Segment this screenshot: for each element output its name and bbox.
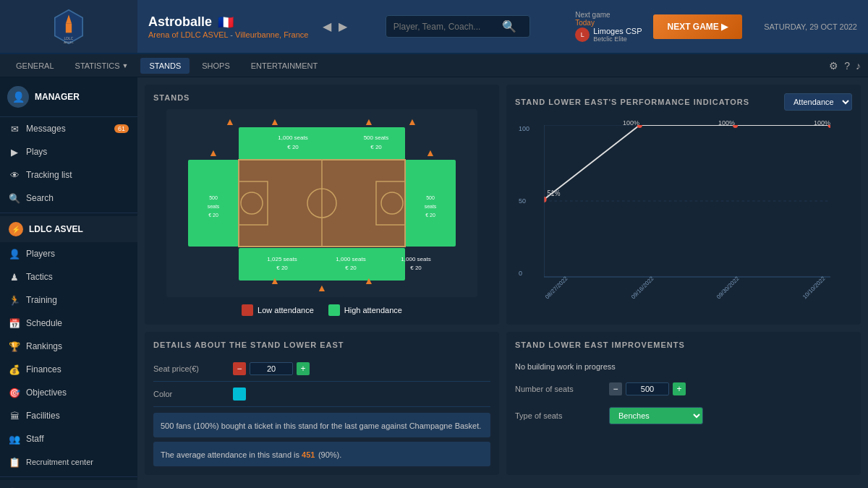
help-icon[interactable]: ? <box>844 60 850 72</box>
tactics-label: Tactics <box>26 272 53 282</box>
stats-dropdown-arrow: ▼ <box>122 62 129 69</box>
arena-visualization: ▲ ▲ ▲ ▲ 1,000 seats € 20 500 seats € 20 <box>153 109 490 297</box>
club-section-header: ⚡ LDLC ASVEL <box>0 216 137 242</box>
sidebar-item-messages[interactable]: ✉ Messages 61 <box>0 117 137 140</box>
seat-price-minus[interactable]: − <box>233 362 246 375</box>
seats-input[interactable] <box>626 382 669 395</box>
legend-low-box <box>242 304 253 316</box>
details-panel: DETAILS ABOUT THE STAND LOWER EAST Seat … <box>145 332 499 475</box>
opponent-icon: L <box>575 27 590 42</box>
svg-text:€ 20: € 20 <box>208 213 218 218</box>
tab-statistics[interactable]: STATISTICS ▼ <box>67 58 137 74</box>
sidebar-item-search[interactable]: 🔍 Search <box>0 187 137 210</box>
svg-text:▲: ▲ <box>364 275 374 286</box>
svg-text:€ 20: € 20 <box>287 144 299 150</box>
seats-control: − + <box>609 382 686 395</box>
svg-text:1,025 seats: 1,025 seats <box>267 256 297 262</box>
svg-text:€ 20: € 20 <box>276 265 288 271</box>
sidebar-item-training[interactable]: 🏃 Training <box>0 288 137 312</box>
sidebar-item-tracking[interactable]: 👁 Tracking list <box>0 163 137 187</box>
sidebar-item-finances[interactable]: 💰 Finances <box>0 358 137 381</box>
pct-1: 100% <box>623 119 639 127</box>
sidebar-search-icon: 🔍 <box>9 192 20 204</box>
tactics-icon: ♟ <box>9 271 20 283</box>
action-bar: ✕ CANCEL BUILD <box>145 482 861 488</box>
finances-icon: 💰 <box>9 364 20 375</box>
schedule-icon: 📅 <box>9 317 20 329</box>
sidebar-item-objectives[interactable]: 🎯 Objectives <box>0 381 137 404</box>
legend-low-label: Low attendance <box>258 306 314 314</box>
y-axis-labels: 100 50 0 <box>519 125 529 277</box>
seat-price-input[interactable] <box>250 362 293 375</box>
ldlc-logo: LDLC ASVEL <box>51 9 87 45</box>
seats-plus[interactable]: + <box>673 382 686 395</box>
tab-stands[interactable]: STANDS <box>140 58 190 74</box>
sidebar-item-recruitment[interactable]: 📋 Recruitment center <box>0 450 137 474</box>
svg-text:▲: ▲ <box>425 147 435 158</box>
seat-price-label: Seat price(€) <box>153 364 226 373</box>
schedule-label: Schedule <box>26 318 62 328</box>
no-building-text: No building work in progress <box>515 362 616 371</box>
finances-label: Finances <box>26 364 61 374</box>
pct-2: 100% <box>718 119 735 127</box>
svg-text:▲: ▲ <box>317 282 327 294</box>
fans-info: 500 fans (100%) bought a ticket in this … <box>161 421 481 430</box>
percent-labels: 100% 100% 100% <box>544 119 830 127</box>
svg-text:1,000 seats: 1,000 seats <box>401 256 430 262</box>
next-game-button[interactable]: NEXT GAME ▶ <box>653 14 743 39</box>
players-icon: 👤 <box>9 248 20 260</box>
music-icon[interactable]: ♪ <box>856 60 861 72</box>
svg-text:seats: seats <box>425 204 437 209</box>
seat-price-plus[interactable]: + <box>297 362 310 375</box>
info-box-2: The average attendance in this stand is … <box>153 442 490 466</box>
tracking-icon: 👁 <box>9 169 20 181</box>
sidebar-item-schedule[interactable]: 📅 Schedule <box>0 312 137 335</box>
next-game-today: Today <box>575 19 642 27</box>
tab-general[interactable]: GENERAL <box>7 58 63 74</box>
sidebar-item-rankings[interactable]: 🏆 Rankings <box>0 335 137 358</box>
tab-shops[interactable]: SHOPS <box>193 58 239 74</box>
type-select[interactable]: Benches <box>609 407 703 424</box>
tab-entertainment[interactable]: ENTERTAINMENT <box>242 58 327 74</box>
chart-wrapper: 100 50 0 100% 100% 100% <box>515 118 852 313</box>
performance-header: STAND LOWER EAST'S PERFORMANCE INDICATOR… <box>515 93 852 111</box>
svg-text:51%: 51% <box>548 189 561 198</box>
attendance-dropdown[interactable]: Attendance <box>784 93 852 111</box>
svg-text:▲: ▲ <box>208 147 218 158</box>
sidebar-item-plays[interactable]: ▶ Plays <box>0 140 137 163</box>
sidebar-item-tactics[interactable]: ♟ Tactics <box>0 265 137 288</box>
seats-label: Number of seats <box>515 385 602 393</box>
next-game-area: Next game Today L Limoges CSP Betclic El… <box>564 11 753 43</box>
ldlc-club-icon: ⚡ <box>9 222 23 236</box>
content-inner: STANDS ▲ ▲ ▲ ▲ 1, <box>137 77 868 488</box>
nav-arrows[interactable]: ◀ ▶ <box>319 20 351 33</box>
search-input[interactable] <box>393 22 502 32</box>
settings-icon[interactable]: ⚙ <box>829 60 838 72</box>
color-row: Color <box>153 382 490 407</box>
color-swatch[interactable] <box>233 388 246 401</box>
svg-text:▲: ▲ <box>364 116 374 127</box>
facilities-icon: 🏛 <box>9 410 20 421</box>
training-icon: 🏃 <box>9 294 20 306</box>
legend-high-label: High attendance <box>344 306 402 314</box>
top-panels-row: STANDS ▲ ▲ ▲ ▲ 1, <box>145 85 861 325</box>
sidebar-item-players[interactable]: 👤 Players <box>0 242 137 265</box>
next-arrow[interactable]: ▶ <box>339 20 347 33</box>
club-section-name: LDLC ASVEL <box>29 224 83 234</box>
prev-arrow[interactable]: ◀ <box>323 20 331 33</box>
seat-price-control: − + <box>233 362 310 375</box>
sidebar-item-facilities[interactable]: 🏛 Facilities <box>0 404 137 427</box>
date-display: SATURDAY, 29 OCT 2022 <box>753 22 868 31</box>
seat-price-row: Seat price(€) − + <box>153 356 490 382</box>
players-label: Players <box>26 249 55 259</box>
search-box[interactable]: 🔍 <box>386 15 530 38</box>
seats-minus[interactable]: − <box>609 382 622 395</box>
svg-text:▲: ▲ <box>270 116 280 127</box>
sidebar-item-staff[interactable]: 👥 Staff <box>0 427 137 450</box>
svg-rect-2 <box>66 23 72 32</box>
svg-text:▲: ▲ <box>225 116 235 127</box>
manager-name: MANAGER <box>35 92 80 102</box>
x-axis-labels: 08/27/2022 09/16/2022 09/30/2022 10/10/2… <box>544 296 830 302</box>
svg-text:500 seats: 500 seats <box>364 134 389 141</box>
club-info: Astroballe 🇫🇷 Arena of LDLC ASVEL - Vill… <box>137 14 319 39</box>
